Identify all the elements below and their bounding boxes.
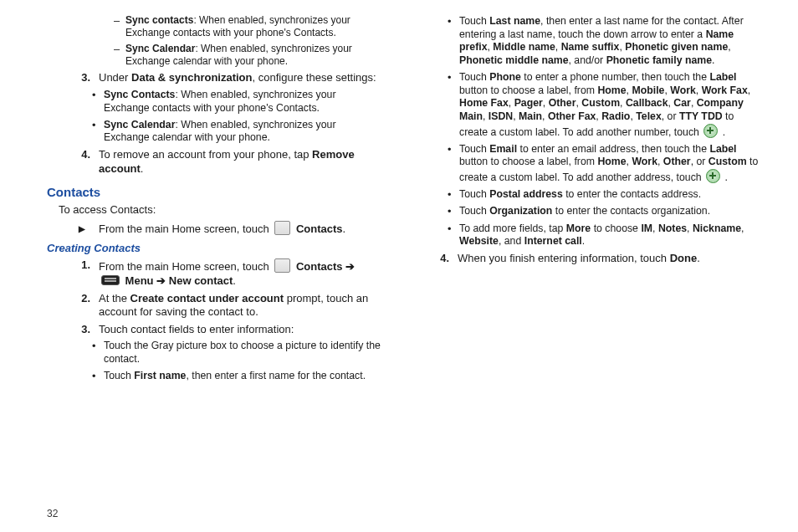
text: to enter the contacts address.	[563, 188, 701, 200]
step-number: 1.	[67, 258, 99, 288]
step-number: 4.	[67, 148, 99, 176]
plus-icon	[703, 124, 718, 138]
text: Touch	[104, 370, 134, 381]
dash-item: Sync Calendar: When enabled, synchronize…	[114, 43, 382, 69]
text: to enter the contacts organization.	[552, 205, 710, 217]
text: , and/or	[569, 54, 606, 66]
text: to enter a phone number, then touch the	[521, 71, 710, 83]
label: Middle name	[493, 41, 555, 53]
step-number: 2.	[67, 292, 99, 320]
text: .	[233, 274, 236, 287]
step-body: When you finish entering information, to…	[458, 252, 765, 266]
subsection-heading-creating: Creating Contacts	[47, 242, 382, 256]
text: .	[582, 235, 585, 247]
label: Label	[709, 71, 736, 83]
label: Sync contacts	[125, 14, 193, 26]
label: Phonetic family name	[606, 54, 712, 66]
text: to choose	[591, 223, 641, 234]
text: .	[343, 223, 346, 235]
text: Touch	[459, 143, 489, 155]
label: Contacts	[293, 260, 345, 273]
bullet-item: Touch Postal address to enter the contac…	[448, 188, 765, 202]
label: Data & synchronization	[131, 71, 252, 84]
bullet-body: Touch the Gray picture box to choose a p…	[104, 340, 382, 366]
step-3: 3. Under Data & synchronization, configu…	[67, 71, 382, 85]
step-3b: 3. Touch contact fields to enter informa…	[67, 323, 382, 337]
bullet-icon	[448, 188, 459, 202]
step-body: At the Create contact under account prom…	[99, 292, 382, 320]
label: Phonetic middle name	[459, 54, 569, 66]
bullet-body: Touch Phone to enter a phone number, the…	[459, 71, 765, 140]
step-body: From the main Home screen, touch Contact…	[99, 221, 382, 237]
bullet-icon	[448, 15, 459, 68]
bullet-body: Touch Organization to enter the contacts…	[459, 205, 765, 218]
bullet-icon	[92, 119, 104, 145]
step-number: 3.	[67, 323, 99, 337]
intro-text: To access Contacts:	[59, 203, 382, 217]
step-4b: 4. When you finish entering information,…	[429, 252, 765, 266]
bullet-icon	[448, 223, 459, 248]
label: TTY TDD	[679, 110, 723, 122]
step-number: 3.	[67, 71, 99, 85]
bullet-item: Sync Calendar: When enabled, synchronize…	[92, 119, 382, 145]
bullet-body: Touch Email to enter an email address, t…	[459, 143, 765, 185]
label: Done	[670, 252, 698, 264]
label: Name suffix	[561, 41, 620, 53]
label: Sync Calendar	[125, 43, 195, 54]
bullet-body: Touch Postal address to enter the contac…	[459, 188, 765, 202]
dash-text: Sync contacts: When enabled, synchronize…	[125, 14, 382, 40]
label: Email	[489, 143, 517, 155]
step-4: 4. To remove an account from your phone,…	[67, 148, 382, 176]
bullet-item: Sync Contacts: When enabled, synchronize…	[92, 89, 382, 115]
bullet-item: Touch First name, then enter a first nam…	[92, 370, 382, 383]
bullet-icon	[448, 205, 459, 218]
bullet-body: Touch Last name, then enter a last name …	[459, 15, 765, 68]
label: Internet call	[524, 235, 582, 247]
text: Touch	[459, 71, 489, 83]
dash-item: Sync contacts: When enabled, synchronize…	[114, 14, 382, 40]
dash-text: Sync Calendar: When enabled, synchronize…	[125, 43, 382, 69]
label: Organization	[489, 205, 552, 217]
section-heading-contacts: Contacts	[47, 184, 382, 200]
text: From the main Home screen, touch	[99, 260, 272, 273]
left-column: Sync contacts: When enabled, synchronize…	[47, 12, 382, 386]
text: .	[141, 162, 144, 175]
text: To remove an account from your phone, ta…	[99, 148, 312, 161]
label: Postal address	[489, 188, 562, 200]
label: Sync Calendar	[104, 119, 175, 130]
arrow-icon: ➔	[345, 260, 355, 273]
text: , or	[691, 156, 708, 167]
bullet-item: To add more fields, tap More to choose I…	[448, 223, 765, 248]
bullet-item: Touch Phone to enter a phone number, the…	[448, 71, 765, 140]
text: Touch	[459, 188, 489, 200]
dash-icon	[114, 14, 125, 40]
bullet-icon	[92, 89, 104, 115]
bullet-body: Touch First name, then enter a first nam…	[104, 370, 382, 383]
step-2: 2. At the Create contact under account p…	[67, 292, 382, 320]
bullet-body: To add more fields, tap More to choose I…	[459, 223, 765, 248]
text: ,	[728, 41, 730, 53]
bullet-item: Touch the Gray picture box to choose a p…	[92, 340, 382, 366]
text: , or	[662, 110, 679, 122]
menu-icon	[101, 275, 120, 285]
label: Sync Contacts	[104, 89, 175, 100]
right-column: Touch Last name, then enter a last name …	[429, 12, 765, 386]
text: From the main Home screen, touch	[99, 223, 272, 235]
label: Create contact under account	[130, 292, 284, 304]
text: Touch	[459, 205, 489, 217]
step-body: To remove an account from your phone, ta…	[99, 148, 382, 176]
pointer-step: ▶ From the main Home screen, touch Conta…	[67, 221, 382, 237]
label: Custom	[708, 156, 747, 167]
label: Last name	[489, 15, 540, 27]
text: .	[712, 54, 714, 66]
text: Under	[99, 71, 131, 84]
bullet-icon	[92, 370, 104, 383]
bullet-icon	[448, 71, 459, 140]
text: .	[697, 252, 700, 264]
text: To add more fields, tap	[459, 223, 566, 234]
bullet-icon	[448, 143, 459, 185]
text: , and	[499, 235, 524, 247]
step-body: Touch contact fields to enter informatio…	[99, 323, 382, 337]
text: button to choose a label, from	[459, 84, 597, 96]
step-1: 1. From the main Home screen, touch Cont…	[67, 258, 382, 288]
